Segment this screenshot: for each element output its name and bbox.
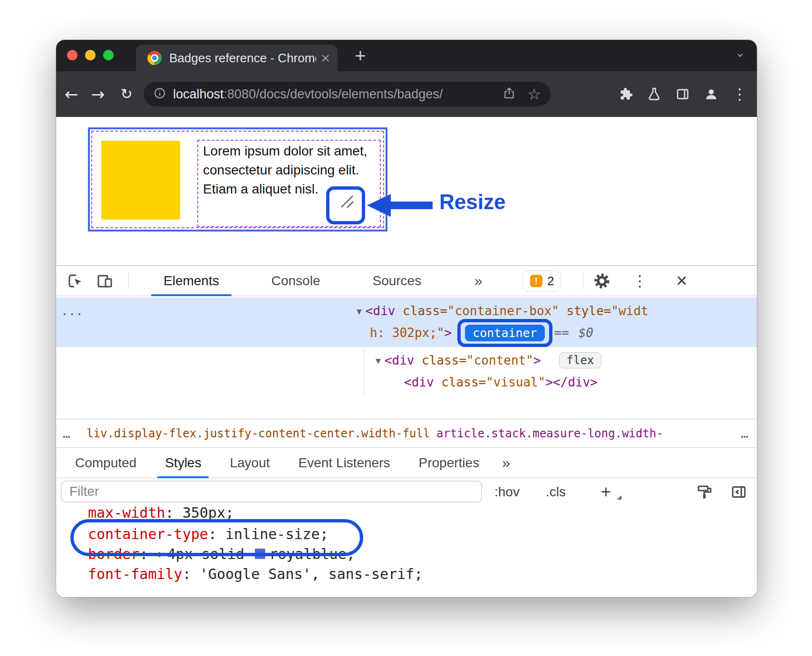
tab-elements[interactable]: Elements xyxy=(145,266,238,296)
visual-yellow-square xyxy=(101,141,180,220)
new-rule-caret-icon xyxy=(617,495,621,500)
devtools-toolbar: Elements Console Sources » ! 2 ⋮ × xyxy=(56,266,757,296)
close-tab-icon[interactable]: × xyxy=(321,50,330,66)
screenshot-canvas: Badges reference - Chrome De × + ← → ↻ l… xyxy=(0,0,812,656)
breadcrumb-overflow-left[interactable]: … xyxy=(63,419,70,448)
issues-count: 2 xyxy=(547,274,554,289)
device-toolbar-icon[interactable] xyxy=(96,272,113,289)
page-viewport: Lorem ipsum dolor sit amet, consectetur … xyxy=(56,117,757,265)
reload-icon[interactable]: ↻ xyxy=(116,84,137,105)
browser-window: Badges reference - Chrome De × + ← → ↻ l… xyxy=(56,40,757,597)
container-badge[interactable]: container xyxy=(465,325,544,341)
tab-styles[interactable]: Styles xyxy=(151,448,215,478)
tab-title: Badges reference - Chrome De xyxy=(169,51,316,66)
tree-indent-guide xyxy=(364,348,364,397)
issues-counter[interactable]: ! 2 xyxy=(523,270,561,291)
issues-warning-icon: ! xyxy=(530,275,542,287)
rendering-paint-icon[interactable] xyxy=(696,483,713,501)
site-info-icon[interactable] xyxy=(153,87,166,102)
flex-badge[interactable]: flex xyxy=(559,352,602,368)
expand-shorthand-icon[interactable]: ▶ xyxy=(159,548,164,560)
tab-computed[interactable]: Computed xyxy=(61,448,151,478)
navigation-bar: ← → ↻ localhost:8080/docs/devtools/eleme… xyxy=(56,71,757,117)
styles-sidebar-tabs: Computed Styles Layout Event Listeners P… xyxy=(56,447,757,478)
css-property-container-type[interactable]: container-type: inline-size; xyxy=(88,524,329,544)
tree-node-visual[interactable]: <div class="visual"></div> xyxy=(404,371,598,393)
annotation-circle-resize xyxy=(326,186,365,224)
tree-node-content[interactable]: ▼<div class="content">flex xyxy=(376,349,601,371)
inspect-element-icon[interactable] xyxy=(67,272,84,289)
styles-filter-bar: :hov .cls + xyxy=(56,478,757,506)
annotation-arrow-icon xyxy=(367,194,391,217)
collapsed-ancestors-ellipsis[interactable]: ... xyxy=(61,300,83,322)
settings-gear-icon[interactable] xyxy=(593,272,610,289)
toolbar-divider xyxy=(583,272,583,289)
expand-arrow-icon[interactable]: ▼ xyxy=(357,306,362,316)
hov-toggle[interactable]: :hov xyxy=(494,478,520,506)
dock-sidebar-icon[interactable] xyxy=(730,483,747,501)
title-bar: Badges reference - Chrome De × + xyxy=(56,40,757,71)
browser-menu-kebab-icon[interactable]: ⋮ xyxy=(729,84,750,105)
share-icon[interactable] xyxy=(503,87,516,102)
browser-tab[interactable]: Badges reference - Chrome De × xyxy=(136,45,338,71)
new-tab-button[interactable]: + xyxy=(350,46,371,67)
breadcrumb-overflow-right[interactable]: … xyxy=(741,419,748,448)
styles-pane: max-width: 350px; container-type: inline… xyxy=(56,506,757,597)
devtools-tabs: Elements Console Sources xyxy=(145,266,440,296)
tab-event-listeners[interactable]: Event Listeners xyxy=(284,448,405,478)
tree-node-container-box-wrap[interactable]: h: 302px;">container== $0 xyxy=(370,322,593,344)
breadcrumb: … liv.display-flex.justify-content-cente… xyxy=(56,419,757,447)
bookmark-star-icon[interactable]: ☆ xyxy=(527,85,541,103)
css-property-max-width[interactable]: max-width: 350px; xyxy=(88,506,234,523)
forward-icon[interactable]: → xyxy=(87,84,108,105)
tab-sources[interactable]: Sources xyxy=(353,266,440,296)
breadcrumb-item-article[interactable]: article.stack.measure-long.width- xyxy=(436,419,663,448)
maximize-window-button[interactable] xyxy=(103,50,114,60)
back-icon[interactable]: ← xyxy=(61,84,82,105)
annotation-arrow-shaft xyxy=(390,202,433,209)
css-property-border[interactable]: border: ▶4px solid royalblue; xyxy=(88,544,355,564)
beaker-flask-icon[interactable] xyxy=(644,84,665,105)
more-sidebar-tabs-chevron[interactable]: » xyxy=(493,448,519,478)
color-swatch[interactable] xyxy=(255,549,265,559)
browser-actions: ⋮ xyxy=(615,84,750,105)
tab-layout[interactable]: Layout xyxy=(215,448,284,478)
extensions-puzzle-icon[interactable] xyxy=(615,84,636,105)
more-tabs-chevron[interactable]: » xyxy=(474,266,483,296)
devtools-menu-kebab-icon[interactable]: ⋮ xyxy=(632,266,648,296)
profile-avatar-icon[interactable] xyxy=(701,84,722,105)
cls-toggle[interactable]: .cls xyxy=(546,478,566,506)
tab-console[interactable]: Console xyxy=(252,266,339,296)
url-text: localhost:8080/docs/devtools/elements/ba… xyxy=(173,87,443,102)
new-style-rule-button[interactable]: + xyxy=(601,478,611,506)
minimize-window-button[interactable] xyxy=(85,50,96,60)
annotation-circle-container-badge: container xyxy=(457,319,552,347)
chevron-down-icon[interactable] xyxy=(734,50,746,62)
close-devtools-icon[interactable]: × xyxy=(667,266,696,296)
close-window-button[interactable] xyxy=(67,50,77,60)
expand-arrow-icon[interactable]: ▼ xyxy=(376,356,381,366)
css-property-font-family[interactable]: font-family: 'Google Sans', sans-serif; xyxy=(88,564,423,584)
dollar-zero-hint: $0 xyxy=(579,326,593,340)
breadcrumb-item-div[interactable]: liv.display-flex.justify-content-center.… xyxy=(87,419,430,448)
chrome-favicon-icon xyxy=(147,51,162,65)
side-panel-icon[interactable] xyxy=(672,84,693,105)
resize-annotation-label: Resize xyxy=(439,190,505,214)
address-bar[interactable]: localhost:8080/docs/devtools/elements/ba… xyxy=(144,82,551,106)
devtools-panel: Elements Console Sources » ! 2 ⋮ × ... xyxy=(56,265,757,597)
toolbar-divider xyxy=(128,272,129,289)
tab-properties[interactable]: Properties xyxy=(405,448,494,478)
filter-input[interactable] xyxy=(61,481,482,502)
